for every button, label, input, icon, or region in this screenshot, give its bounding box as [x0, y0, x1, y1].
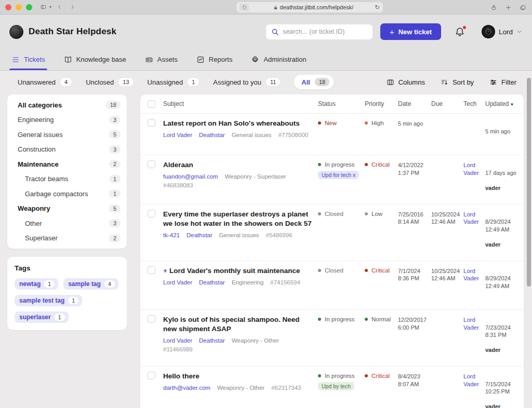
row-checkbox[interactable] — [148, 266, 155, 274]
col-updated[interactable]: Updated▼ — [485, 100, 517, 107]
death-star-logo[interactable] — [9, 25, 23, 39]
ticket-id: #11466989 — [163, 346, 193, 353]
filter-tab-unassigned[interactable]: Unassigned 1 — [148, 78, 200, 86]
filter-tab-unclosed[interactable]: Unclosed 13 — [86, 78, 133, 86]
ticket-id: #46838083 — [163, 182, 193, 189]
minimize-window-button[interactable] — [16, 4, 22, 10]
url-text: deathstar.jitbit.com/helpdesk/ — [280, 4, 354, 10]
tab-administration[interactable]: Administration — [251, 49, 306, 70]
sidebar-item-superlaser[interactable]: Superlaser 2 — [7, 231, 127, 246]
col-priority[interactable]: Priority — [365, 100, 395, 107]
filter-tab-unanswered[interactable]: Unanswered 4 — [18, 78, 72, 86]
status-badge[interactable]: Upd by tech — [318, 382, 354, 390]
filter-tab-assigned-to-you[interactable]: Assigned to you 11 — [213, 78, 280, 86]
category-label: Weaponry — [18, 205, 98, 212]
back-icon[interactable] — [56, 3, 63, 11]
ticket-subject[interactable]: Kylo is out of his special shampoo. Need… — [163, 315, 315, 334]
columns-button[interactable]: Columns — [387, 78, 425, 86]
sidebar-item-general-issues[interactable]: General issues 5 — [7, 127, 127, 142]
row-checkbox[interactable] — [148, 119, 155, 127]
ticket-subject[interactable]: +Lord Vader's monthly suit maintenance — [163, 266, 315, 276]
sidebar-item-all-categories[interactable]: All categories 18 — [7, 98, 127, 113]
forward-icon[interactable] — [69, 3, 76, 11]
tab-reports[interactable]: Reports — [196, 49, 233, 70]
table-row[interactable]: Alderaan fuandon@gmail.comWeaponry - Sup… — [140, 155, 524, 205]
close-window-button[interactable] — [5, 4, 11, 10]
tab-tickets[interactable]: Tickets — [11, 49, 45, 70]
sidebar-item-weaponry[interactable]: Weaponry 5 — [7, 201, 127, 216]
table-row[interactable]: Kylo is out of his special shampoo. Need… — [140, 310, 524, 366]
sidebar-item-engineering[interactable]: Engineering 3 — [7, 113, 127, 128]
tech-link[interactable]: Lord Vader — [463, 372, 482, 388]
chevron-up-icon[interactable] — [98, 161, 104, 167]
meta-link[interactable]: Lord Vader — [163, 337, 192, 345]
status-badge[interactable]: Upd for tech x — [318, 171, 359, 179]
col-date[interactable]: Date — [398, 100, 428, 107]
expand-icon[interactable]: + — [163, 267, 167, 275]
meta-link[interactable]: Deathstar — [199, 337, 225, 345]
notifications-button[interactable] — [455, 26, 465, 37]
new-ticket-button[interactable]: + New ticket — [380, 23, 441, 40]
table-row[interactable]: +Lord Vader's monthly suit maintenance L… — [140, 261, 524, 310]
meta-link[interactable]: Lord Vader — [163, 279, 192, 287]
col-status[interactable]: Status — [318, 100, 362, 107]
row-checkbox[interactable] — [148, 372, 155, 379]
share-icon[interactable] — [490, 4, 498, 11]
sort-by-button[interactable]: Sort by — [441, 78, 474, 86]
sidebar-item-garbage-compactors[interactable]: Garbage compactors 1 — [7, 186, 127, 201]
tab-assets[interactable]: Assets — [145, 49, 178, 70]
tab-overview-icon[interactable] — [519, 4, 527, 11]
row-checkbox[interactable] — [148, 315, 155, 323]
tech-link[interactable]: Lord Vader — [463, 315, 482, 331]
sidebar-item-construction[interactable]: Construction 3 — [7, 142, 127, 157]
col-subject[interactable]: Subject — [163, 100, 315, 107]
sidebar-item-other[interactable]: Other 3 — [7, 216, 127, 231]
ticket-subject[interactable]: Every time the superlaser destroys a pla… — [163, 210, 315, 228]
meta-link[interactable]: tk-421 — [163, 232, 180, 239]
app-title: Death Star Helpdesk — [29, 26, 116, 37]
meta-link[interactable]: darth@vader.com — [163, 384, 210, 392]
zoom-window-button[interactable] — [26, 4, 32, 10]
row-checkbox[interactable] — [148, 160, 155, 168]
search-input[interactable] — [283, 28, 367, 35]
filter-tab-all[interactable]: All 18 — [294, 75, 334, 89]
address-bar[interactable]: deathstar.jitbit.com/helpdesk/ ↻ — [236, 2, 383, 12]
privacy-report-icon[interactable] — [240, 4, 249, 11]
user-menu[interactable]: Lord — [482, 25, 523, 38]
tag-superlaser[interactable]: superlaser 1 — [15, 311, 69, 323]
table-row[interactable]: Latest report on Han Solo's whereabouts … — [140, 114, 524, 155]
sidebar-item-tractor-beams[interactable]: Tractor beams 1 — [7, 172, 127, 187]
col-due[interactable]: Due — [431, 100, 460, 107]
select-all-checkbox[interactable] — [148, 100, 155, 108]
control-label: Sort by — [453, 78, 474, 86]
sidebar-caret-icon[interactable]: ▾ — [49, 5, 51, 9]
tag-sample-tag[interactable]: sample tag 4 — [63, 278, 118, 290]
sidebar-toggle-icon[interactable] — [39, 3, 47, 11]
tag-sample-test-tag[interactable]: sample test tag 1 — [15, 295, 82, 306]
row-checkbox[interactable] — [148, 210, 155, 217]
search-box[interactable] — [265, 24, 373, 40]
ticket-subject[interactable]: Alderaan — [163, 160, 315, 170]
ticket-subject[interactable]: Latest report on Han Solo's whereabouts — [163, 119, 315, 128]
reload-icon[interactable]: ↻ — [375, 4, 380, 11]
filter-button[interactable]: Filter — [489, 78, 516, 86]
chevron-up-icon[interactable] — [98, 206, 104, 212]
meta-link[interactable]: Deathstar — [199, 279, 225, 287]
meta-link[interactable]: fuandon@gmail.com — [163, 173, 218, 181]
table-row[interactable]: Hello there darth@vader.comWeaponry - Ot… — [140, 366, 524, 408]
meta-link[interactable]: Lord Vader — [163, 131, 192, 139]
subject-cell: Alderaan fuandon@gmail.comWeaponry - Sup… — [163, 160, 315, 189]
meta-link[interactable]: Deathstar — [199, 131, 225, 139]
tag-newtag[interactable]: newtag 1 — [15, 278, 58, 290]
tech-link[interactable]: Lord Vader — [463, 266, 482, 282]
sidebar-item-maintenance[interactable]: Maintenance 2 — [7, 157, 127, 172]
meta-link[interactable]: Deathstar — [187, 232, 212, 239]
scrollbar-thumb[interactable] — [527, 78, 531, 287]
tech-link[interactable]: Lord Vader — [463, 210, 482, 226]
tab-knowledge-base[interactable]: Knowledge base — [64, 49, 126, 70]
col-tech[interactable]: Tech — [463, 100, 482, 107]
table-row[interactable]: Every time the superlaser destroys a pla… — [140, 205, 524, 261]
tech-link[interactable]: Lord Vader — [463, 160, 482, 176]
new-tab-icon[interactable] — [504, 4, 512, 11]
ticket-subject[interactable]: Hello there — [163, 372, 315, 381]
